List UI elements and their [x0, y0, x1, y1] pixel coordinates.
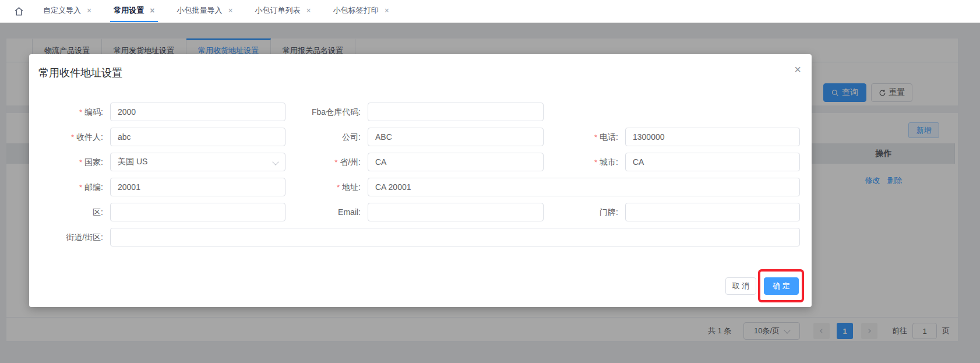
country-select-wrap — [110, 153, 285, 171]
district-field-wrap — [110, 203, 285, 221]
email-field-wrap — [368, 203, 544, 221]
tab-close-icon[interactable]: × — [306, 6, 311, 15]
address-input[interactable] — [368, 178, 800, 196]
zipcode-field-wrap — [110, 178, 285, 196]
tab-close-icon[interactable]: × — [87, 6, 91, 15]
state-field-wrap — [368, 153, 544, 171]
district-label: 区: — [29, 203, 110, 221]
address-form: 编码: Fba仓库代码: 收件人: 公司: 电话: 国家: 省/州: 城 — [29, 103, 800, 246]
tab-label: 小包订单列表 — [255, 5, 301, 16]
house-number-input[interactable] — [625, 203, 800, 221]
street-field-wrap — [110, 228, 800, 246]
tab-parcel-order-list[interactable]: 小包订单列表 × — [252, 0, 315, 22]
tab-custom-import[interactable]: 自定义导入 × — [40, 0, 95, 22]
dialog-footer: 取 消 确 定 — [725, 277, 799, 295]
code-label: 编码: — [29, 103, 110, 121]
tab-label: 自定义导入 — [43, 5, 81, 16]
home-button[interactable] — [12, 0, 26, 22]
home-icon — [14, 6, 24, 16]
state-input[interactable] — [368, 153, 544, 171]
email-input[interactable] — [368, 203, 544, 221]
phone-label: 电话: — [544, 128, 625, 146]
zipcode-label: 邮编: — [29, 178, 110, 196]
top-tab-bar: 自定义导入 × 常用设置 × 小包批量导入 × 小包订单列表 × 小包标签打印 … — [0, 0, 980, 23]
state-label: 省/州: — [285, 153, 368, 171]
tab-parcel-batch-import[interactable]: 小包批量导入 × — [173, 0, 236, 22]
zipcode-input[interactable] — [110, 178, 285, 196]
email-label: Email: — [285, 203, 368, 221]
fba-warehouse-field-wrap — [368, 103, 544, 121]
address-field-wrap — [368, 178, 800, 196]
tab-close-icon[interactable]: × — [385, 6, 389, 15]
house-number-field-wrap — [625, 203, 800, 221]
code-field-wrap — [110, 103, 285, 121]
recipient-field-wrap — [110, 128, 285, 146]
fba-warehouse-input[interactable] — [368, 103, 544, 121]
recipient-label: 收件人: — [29, 128, 110, 146]
tab-label: 小包标签打印 — [333, 5, 379, 16]
dialog-title: 常用收件地址设置 — [38, 66, 122, 80]
house-number-label: 门牌: — [544, 203, 625, 221]
dialog-close-icon[interactable]: × — [794, 64, 801, 75]
code-input[interactable] — [110, 103, 285, 121]
company-field-wrap — [368, 128, 544, 146]
address-label: 地址: — [285, 178, 368, 196]
country-select[interactable] — [110, 153, 285, 171]
company-input[interactable] — [368, 128, 544, 146]
street-input[interactable] — [110, 228, 800, 246]
tab-label: 常用设置 — [114, 5, 144, 16]
phone-field-wrap — [625, 128, 800, 146]
phone-input[interactable] — [625, 128, 800, 146]
recipient-input[interactable] — [110, 128, 285, 146]
tab-common-settings[interactable]: 常用设置 × — [110, 0, 158, 22]
tab-close-icon[interactable]: × — [228, 6, 232, 15]
country-label: 国家: — [29, 153, 110, 171]
street-label: 街道/街区: — [29, 228, 110, 246]
tab-parcel-label-print[interactable]: 小包标签打印 × — [330, 0, 393, 22]
confirm-button[interactable]: 确 定 — [764, 277, 799, 295]
recipient-address-dialog: 常用收件地址设置 × 编码: Fba仓库代码: 收件人: 公司: 电话: 国家:… — [29, 54, 812, 307]
city-field-wrap — [625, 153, 800, 171]
city-label: 城市: — [544, 153, 625, 171]
city-input[interactable] — [625, 153, 800, 171]
company-label: 公司: — [285, 128, 368, 146]
cancel-button[interactable]: 取 消 — [725, 277, 756, 295]
fba-warehouse-label: Fba仓库代码: — [285, 103, 368, 121]
district-input[interactable] — [110, 203, 285, 221]
tab-close-icon[interactable]: × — [150, 6, 154, 15]
tab-label: 小包批量导入 — [177, 5, 222, 16]
